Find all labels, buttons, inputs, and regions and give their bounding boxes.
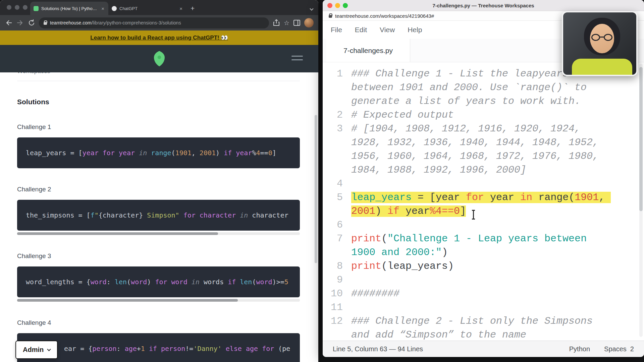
code-token: leap_years — [351, 192, 412, 203]
code-editor[interactable]: 1### Challenge 1 - List the leapyears be… — [323, 62, 644, 341]
close-tab-icon[interactable]: × — [179, 6, 183, 11]
promo-banner[interactable]: Learn how to build a React app using Cha… — [0, 31, 318, 45]
close-tab-icon[interactable]: × — [101, 6, 105, 11]
menu-view[interactable]: View — [380, 26, 395, 34]
editor-line[interactable]: 5leap_years = [year for year in range(19… — [325, 191, 644, 218]
horizontal-scrollbar-thumb[interactable] — [17, 232, 218, 235]
editor-scrollbar[interactable] — [639, 64, 643, 337]
line-code[interactable] — [351, 177, 617, 191]
challenge-section: Challenge 4ear = {person: age+1 if perso… — [17, 319, 318, 362]
code-block: the_simpsons = [f"{character} Simpson" f… — [17, 200, 300, 231]
code-token: = [ — [412, 192, 436, 203]
editor-line[interactable]: 2# Expected output — [325, 108, 644, 122]
menu-help[interactable]: Help — [408, 26, 422, 34]
minimize-window-icon[interactable] — [15, 5, 19, 10]
editor-line[interactable]: 12### Challenge 2 - List only the Simpso… — [325, 314, 644, 341]
code-token: else — [226, 345, 242, 353]
line-code[interactable]: ######## — [351, 287, 617, 301]
line-code[interactable] — [351, 273, 617, 287]
close-window-icon[interactable] — [327, 3, 332, 8]
code-token: 0 — [454, 205, 460, 217]
language-mode[interactable]: Python — [569, 345, 590, 353]
browser-tab-chatgpt[interactable]: ChatGPT × — [108, 2, 186, 15]
browser-tab-solutions[interactable]: Solutions (How To) | Python Co × — [30, 2, 108, 15]
editor-scrollbar-thumb[interactable] — [639, 67, 643, 211]
admin-menu-button[interactable]: Admin — [15, 341, 58, 359]
window-controls[interactable] — [327, 3, 348, 8]
share-icon[interactable] — [272, 19, 280, 27]
line-code[interactable]: print(leap_years) — [351, 259, 617, 273]
editor-line[interactable]: 3# [1904, 1908, 1912, 1916, 1920, 1924, … — [325, 122, 644, 177]
code-token: % — [430, 205, 436, 217]
minimize-window-icon[interactable] — [335, 3, 340, 8]
editor-line[interactable]: 10######## — [325, 287, 644, 301]
line-code[interactable]: print("Challenge 1 - Leap years between … — [351, 232, 617, 259]
tab-search-chevron-icon[interactable] — [310, 5, 313, 11]
code-token: range — [538, 192, 569, 203]
editor-line[interactable]: 6 — [325, 218, 644, 232]
line-code[interactable] — [351, 301, 617, 314]
horizontal-scrollbar[interactable] — [17, 299, 300, 302]
line-number: 6 — [325, 218, 343, 232]
horizontal-scrollbar-thumb[interactable] — [17, 299, 238, 302]
reload-icon[interactable] — [28, 19, 36, 27]
editor-tab-7-challenges[interactable]: 7-challenges.py — [326, 39, 410, 62]
bookmark-star-icon[interactable]: ☆ — [284, 19, 289, 27]
lock-icon[interactable] — [44, 22, 47, 25]
back-icon[interactable] — [5, 19, 13, 27]
side-panel-icon[interactable] — [293, 19, 301, 27]
menu-edit[interactable]: Edit — [355, 26, 367, 34]
code-token: ( — [127, 278, 131, 286]
close-window-icon[interactable] — [7, 5, 11, 10]
code-block: word_lengths = {word: len(word) for word… — [17, 266, 300, 297]
code-token: ] — [460, 205, 466, 217]
line-code[interactable]: # Expected output — [351, 108, 617, 122]
code-token: : — [107, 278, 115, 286]
code-token: year — [83, 149, 103, 157]
code-token: ######## — [351, 288, 399, 299]
treehouse-logo[interactable] — [152, 50, 167, 67]
line-code[interactable]: # [1904, 1908, 1912, 1916, 1920, 1924, 1… — [351, 122, 617, 177]
workspace-titlebar[interactable]: 7-challenges.py — Treehouse Workspaces — [323, 0, 644, 11]
editor-line[interactable]: 4 — [325, 177, 644, 191]
hamburger-menu-icon[interactable] — [291, 56, 303, 63]
webcam-overlay — [562, 11, 638, 76]
code-token: year — [115, 149, 139, 157]
page-scrollbar-thumb[interactable] — [315, 115, 317, 263]
line-number: 11 — [325, 301, 343, 314]
editor-line[interactable]: 7print("Challenge 1 - Leap years between… — [325, 232, 644, 259]
new-tab-button[interactable]: + — [191, 4, 195, 12]
challenge-section: Challenge 3word_lengths = {word: len(wor… — [17, 252, 318, 302]
zoom-window-icon[interactable] — [343, 3, 348, 8]
code-token: + — [137, 345, 141, 353]
editor-statusbar: Line 5, Column 63 — 94 Lines Python Spac… — [323, 341, 644, 357]
forward-icon[interactable] — [16, 19, 24, 27]
breadcrumb[interactable]: Workspaces — [17, 72, 318, 75]
indent-setting[interactable]: Spaces 2 — [604, 345, 634, 353]
line-code[interactable]: leap_years = [year for year in range(190… — [351, 191, 617, 218]
code-token: if — [387, 205, 399, 217]
zoom-window-icon[interactable] — [23, 5, 28, 10]
code-token: if — [228, 278, 236, 286]
promo-banner-link[interactable]: Learn how to build a React app using Cha… — [90, 34, 228, 41]
horizontal-scrollbar[interactable] — [17, 232, 300, 235]
code-token: = { — [76, 345, 92, 353]
profile-avatar[interactable] — [304, 18, 314, 27]
code-token: leap_years — [387, 260, 448, 272]
window-controls[interactable] — [7, 5, 28, 10]
line-code[interactable]: ### Challenge 2 - List only the Simpsons… — [351, 314, 617, 341]
code-token: ( — [569, 192, 575, 203]
line-number: 10 — [325, 287, 343, 301]
address-bar[interactable]: teamtreehouse.com/library/python-compreh… — [39, 17, 269, 28]
code-token: ( — [252, 278, 256, 286]
workspace-url: teamtreehouse.com/workspaces/42190643# — [335, 13, 434, 19]
line-code[interactable] — [351, 218, 617, 232]
challenge-label: Challenge 2 — [17, 186, 318, 193]
code-token: Simpson" — [143, 211, 179, 219]
editor-line[interactable]: 11 — [325, 301, 644, 314]
menu-file[interactable]: File — [331, 26, 342, 34]
editor-line[interactable]: 8print(leap_years) — [325, 259, 644, 273]
editor-line[interactable]: 9 — [325, 273, 644, 287]
code-token: if — [149, 345, 157, 353]
code-token: f — [91, 211, 95, 219]
